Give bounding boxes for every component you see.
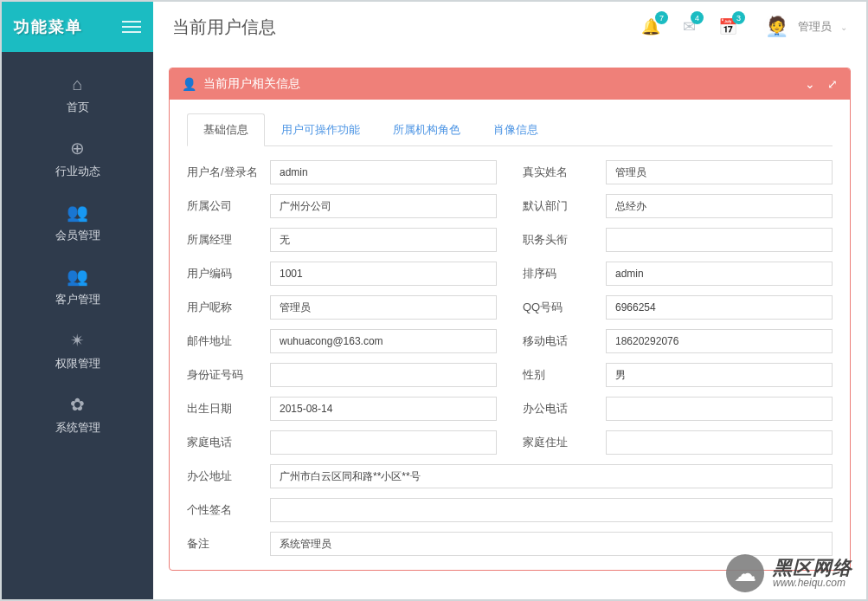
watermark-cn: 黑区网络	[773, 558, 852, 578]
tab-operable-functions[interactable]: 用户可操作功能	[265, 113, 376, 146]
nav-system[interactable]: ✿ 系统管理	[2, 382, 153, 446]
nav-home[interactable]: ⌂ 首页	[2, 62, 153, 126]
label-signature: 个性签名	[187, 502, 270, 518]
label-office-phone: 办公电话	[523, 401, 606, 417]
input-title[interactable]	[606, 228, 833, 252]
notifications-badge: 7	[655, 11, 668, 24]
input-sort-code[interactable]	[606, 262, 833, 286]
nav-label: 权限管理	[55, 356, 100, 372]
sidebar-header: 功能菜单	[2, 2, 153, 52]
label-sort-code: 排序码	[523, 266, 606, 281]
panel-body: 基础信息 用户可操作功能 所属机构角色 肖像信息 用户名/登录名 真实姓名 所属…	[170, 100, 850, 570]
input-qq[interactable]	[606, 295, 833, 320]
input-birthday[interactable]	[270, 397, 497, 421]
avatar: 🧑‍💼	[763, 14, 789, 40]
input-username[interactable]	[270, 160, 497, 184]
nav-label: 会员管理	[55, 228, 100, 243]
brand-title: 功能菜单	[14, 16, 83, 37]
topbar: 当前用户信息 🔔 7 ✉ 4 📅 3 🧑‍💼 管理员 ⌄	[153, 2, 866, 52]
label-remark: 备注	[187, 536, 270, 552]
messages-badge: 4	[691, 11, 704, 24]
tab-org-roles[interactable]: 所属机构角色	[376, 113, 477, 146]
input-id-number[interactable]	[270, 363, 497, 387]
content: 👤 当前用户相关信息 ⌄ ⤢ 基础信息 用户可操作功能 所属机构角色 肖像信息	[153, 52, 866, 599]
tabs: 基础信息 用户可操作功能 所属机构角色 肖像信息	[187, 113, 833, 146]
nav-members[interactable]: 👥 会员管理	[2, 190, 153, 254]
label-user-code: 用户编码	[187, 266, 270, 281]
label-company: 所属公司	[187, 198, 270, 214]
panel-user-info: 👤 当前用户相关信息 ⌄ ⤢ 基础信息 用户可操作功能 所属机构角色 肖像信息	[169, 68, 851, 571]
input-home-phone[interactable]	[270, 430, 497, 455]
label-default-dept: 默认部门	[523, 198, 606, 214]
label-gender: 性别	[523, 367, 606, 383]
tab-basic-info[interactable]: 基础信息	[187, 113, 265, 146]
label-office-addr: 办公地址	[187, 469, 270, 484]
menu-toggle-icon[interactable]	[122, 21, 141, 33]
input-office-addr[interactable]	[270, 464, 833, 488]
calendar-badge: 3	[732, 11, 745, 24]
nav-permissions[interactable]: ✴ 权限管理	[2, 318, 153, 382]
label-realname: 真实姓名	[523, 165, 606, 180]
label-home-addr: 家庭住址	[523, 435, 606, 450]
tab-avatar-info[interactable]: 肖像信息	[477, 113, 555, 146]
user-menu[interactable]: 🧑‍💼 管理员 ⌄	[763, 14, 847, 40]
label-id-number: 身份证号码	[187, 367, 270, 383]
topbar-actions: 🔔 7 ✉ 4 📅 3	[641, 17, 737, 36]
nav-label: 首页	[67, 100, 89, 115]
watermark-en: www.heiqu.com	[773, 578, 852, 589]
label-email: 邮件地址	[187, 333, 270, 349]
panel-title: 当前用户相关信息	[203, 76, 300, 92]
users-icon: 👥	[67, 266, 88, 287]
expand-icon[interactable]: ⤢	[827, 77, 838, 91]
nav-label: 行业动态	[55, 164, 100, 179]
user-icon: 👤	[182, 77, 196, 91]
username-label: 管理员	[798, 19, 832, 35]
users-icon: 👥	[67, 202, 88, 223]
nav: ⌂ 首页 ⊕ 行业动态 👥 会员管理 👥 客户管理 ✴ 权限管理 ✿ 系统管理	[2, 52, 153, 446]
gear-icon: ✿	[70, 394, 85, 415]
label-qq: QQ号码	[523, 300, 606, 315]
input-realname[interactable]	[606, 160, 833, 184]
label-nickname: 用户呢称	[187, 300, 270, 315]
star-icon: ✴	[70, 330, 85, 351]
calendar-button[interactable]: 📅 3	[718, 17, 737, 36]
label-home-phone: 家庭电话	[187, 435, 270, 450]
chevron-down-icon: ⌄	[840, 23, 847, 32]
input-signature[interactable]	[270, 498, 833, 522]
page-title: 当前用户信息	[172, 16, 276, 39]
nav-label: 系统管理	[55, 420, 100, 436]
main-area: 当前用户信息 🔔 7 ✉ 4 📅 3 🧑‍💼 管理员 ⌄	[153, 2, 866, 599]
globe-icon: ⊕	[70, 138, 85, 158]
input-gender[interactable]	[606, 363, 833, 387]
input-user-code[interactable]	[270, 262, 497, 286]
panel-header: 👤 当前用户相关信息 ⌄ ⤢	[170, 68, 850, 100]
notifications-button[interactable]: 🔔 7	[641, 17, 660, 36]
input-default-dept[interactable]	[606, 194, 833, 218]
input-nickname[interactable]	[270, 295, 497, 320]
input-office-phone[interactable]	[606, 397, 833, 421]
sidebar: 功能菜单 ⌂ 首页 ⊕ 行业动态 👥 会员管理 👥 客户管理 ✴ 权限管理	[2, 2, 153, 599]
watermark-logo-icon: ☁	[726, 554, 764, 592]
input-company[interactable]	[270, 194, 497, 218]
basic-info-form: 用户名/登录名 真实姓名 所属公司 默认部门 所属经理 职务头衔 用户编码 排序…	[187, 160, 833, 556]
nav-label: 客户管理	[55, 292, 100, 307]
home-icon: ⌂	[72, 74, 82, 94]
label-manager: 所属经理	[187, 232, 270, 248]
input-remark[interactable]	[270, 532, 833, 556]
label-birthday: 出生日期	[187, 401, 270, 417]
input-home-addr[interactable]	[606, 430, 833, 455]
input-manager[interactable]	[270, 228, 497, 252]
nav-industry[interactable]: ⊕ 行业动态	[2, 126, 153, 190]
label-title: 职务头衔	[523, 232, 606, 248]
messages-button[interactable]: ✉ 4	[683, 17, 696, 36]
watermark: ☁ 黑区网络 www.heiqu.com	[726, 554, 852, 592]
collapse-icon[interactable]: ⌄	[805, 77, 815, 91]
input-email[interactable]	[270, 329, 497, 353]
label-mobile: 移动电话	[523, 333, 606, 349]
nav-customers[interactable]: 👥 客户管理	[2, 254, 153, 318]
label-username: 用户名/登录名	[187, 165, 270, 180]
input-mobile[interactable]	[606, 329, 833, 353]
